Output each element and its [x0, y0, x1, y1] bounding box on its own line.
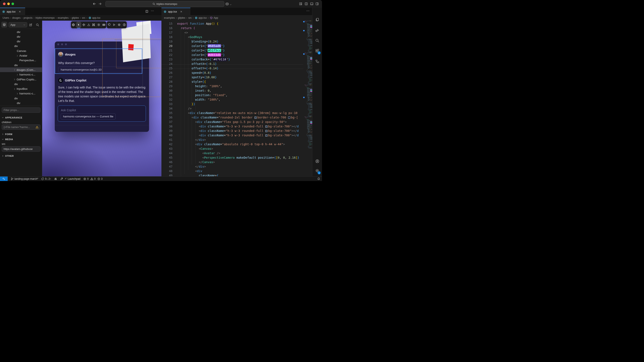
breadcrumb-item[interactable]: src [82, 16, 86, 19]
account-activity-icon[interactable] [312, 157, 322, 166]
toggle-panel-icon[interactable] [310, 2, 314, 6]
sun-tool-icon[interactable] [96, 21, 101, 28]
tree-item-gitplex-copilo[interactable]: GitPlex Copilo... [0, 77, 42, 82]
breadcrumb-item[interactable]: triplex-monorepo [36, 16, 55, 19]
breadcrumb-item[interactable]: App [210, 16, 218, 19]
command-center-search[interactable]: triplex-monorepo [106, 1, 224, 7]
close-tab-icon[interactable]: ✕ [180, 10, 182, 13]
src-input[interactable]: https://avatars.githubuse [2, 146, 40, 152]
back-icon[interactable] [92, 2, 96, 6]
section-other[interactable]: OTHER [2, 154, 14, 158]
close-window-button[interactable] [3, 2, 6, 5]
breadcrumb-item[interactable]: douges [12, 16, 20, 19]
close-tab-icon[interactable]: ✕ [19, 10, 21, 13]
filter-props-input[interactable]: Filter props... [2, 107, 40, 113]
tree-item-harmonic-c[interactable]: harmonic-c... [0, 91, 42, 96]
bell-icon[interactable] [317, 177, 320, 181]
search-side-activity-icon[interactable] [312, 36, 322, 45]
files-activity-icon[interactable] [312, 15, 322, 24]
breadcrumb-item[interactable]: app.tsx [195, 16, 207, 19]
breadcrumb-item[interactable]: Users [2, 16, 9, 19]
chevron-right-icon[interactable] [16, 54, 18, 58]
move-tool-icon[interactable] [81, 21, 86, 28]
tree-item-div[interactable]: div [0, 96, 42, 101]
minimap[interactable]: export function App() { return ( <> <God… [304, 21, 312, 176]
undo-tool-icon[interactable] [107, 21, 112, 28]
tree-item-div[interactable]: div [0, 101, 42, 106]
delta-tool-icon[interactable] [86, 21, 91, 28]
tree-item-div[interactable]: div [0, 29, 42, 34]
children-input[interactable]: {<File name="harmo... [2, 124, 40, 130]
tab-app-tsx-right[interactable]: app.tsx ✕ [162, 8, 190, 15]
search-elements-icon[interactable] [36, 23, 39, 27]
breadcrumb-item[interactable]: src [188, 16, 192, 19]
customize-layout-icon[interactable] [299, 2, 302, 6]
tree-item-avatar[interactable]: Avatar [0, 53, 42, 58]
section-media[interactable]: MEDIA [2, 137, 13, 141]
tune-item[interactable] [54, 178, 57, 180]
grid-tool-icon[interactable] [101, 21, 106, 28]
section-form[interactable]: FORM [2, 132, 12, 136]
tree-item-div[interactable]: div [0, 82, 42, 86]
split-editor-icon[interactable] [304, 2, 308, 6]
current-file-chip[interactable]: harmonic-convergence.tsx — Current file [61, 113, 116, 120]
more-actions-icon[interactable]: ⋯ [306, 9, 310, 13]
branch-item[interactable]: landing-page-march* [11, 178, 38, 180]
breadcrumb-item[interactable]: gitplex [178, 16, 185, 19]
debug-activity-icon[interactable] [312, 26, 322, 34]
tab-app-tsx-left[interactable]: app.tsx ✕ [0, 8, 25, 15]
gear-activity-icon[interactable]: 1 [312, 166, 322, 175]
line-number: 18 [162, 35, 172, 39]
tree-item-harmonic-c[interactable]: harmonic-c... [0, 72, 42, 77]
scene-select[interactable]: App [8, 22, 27, 27]
git-branch-icon [11, 178, 14, 180]
help-tool-icon[interactable] [122, 21, 127, 28]
cursor-tool-icon[interactable] [76, 22, 81, 28]
chevron-right-icon[interactable] [16, 92, 18, 96]
ask-copilot-input[interactable]: Ask Copilot harmonic-convergence.tsx — C… [58, 106, 146, 122]
tree-item-label: InputBox [16, 87, 28, 90]
breadcrumb-item[interactable]: projects [24, 16, 32, 19]
sync-item[interactable]: 0↓ 2↑ [41, 178, 51, 180]
layers-button[interactable] [1, 22, 7, 28]
remote-indicator-button[interactable] [0, 177, 8, 181]
forward-icon[interactable] [98, 2, 102, 6]
problems-item[interactable]: 0 0 3 [83, 178, 102, 180]
hierarchy-activity-icon[interactable] [312, 57, 322, 65]
tree-item-div[interactable]: div [0, 34, 42, 39]
gear-tool-icon[interactable] [117, 21, 122, 28]
code-editor[interactable]: 15export function App() {16 return (17 <… [162, 21, 303, 176]
tree-item-div[interactable]: div [0, 39, 42, 44]
tree-item-div[interactable]: div [0, 63, 42, 67]
transform-tool-icon[interactable] [91, 21, 96, 28]
chevron-right-icon[interactable] [14, 68, 16, 72]
tree-item-canvas[interactable]: Canvas [0, 48, 42, 53]
maximize-window-button[interactable] [12, 2, 14, 5]
minimize-window-button[interactable] [7, 2, 10, 5]
chevron-right-icon[interactable] [14, 88, 16, 91]
user-message: Why doesn't this converge? [58, 61, 95, 65]
globe-tool-icon[interactable] [71, 21, 76, 28]
tree-item-douges-com[interactable]: douges (Com... [0, 67, 42, 72]
launchpad-item[interactable]: Launchpad [60, 177, 80, 180]
more-actions-icon[interactable]: ⋯ [151, 9, 154, 13]
play-tool-icon[interactable] [112, 21, 116, 28]
toggle-sidebar-icon[interactable] [316, 2, 319, 6]
breadcrumb-item[interactable]: examples [164, 16, 175, 19]
breadcrumb-item[interactable]: app.tsx [88, 16, 100, 19]
tree-item-perspective[interactable]: Perspective... [0, 58, 42, 63]
tree-item-div[interactable]: div [0, 44, 42, 48]
section-appearance[interactable]: APPEARANCE [2, 116, 22, 120]
attachment-chip[interactable]: harmonic-convergence.tsx@1-33 [58, 67, 142, 73]
chevron-right-icon[interactable] [14, 78, 16, 81]
breadcrumb-item[interactable]: gitplex [72, 16, 79, 19]
scene-viewport[interactable]: douges Why doesn't this converge? harmon… [42, 21, 162, 176]
copilot-icon[interactable] [225, 2, 229, 6]
chevron-down-icon[interactable] [230, 3, 232, 6]
extensions-activity-icon[interactable]: 2 [312, 46, 322, 55]
split-editor-action-icon[interactable] [145, 10, 148, 14]
breadcrumb-item[interactable]: examples [58, 16, 68, 19]
edit-scene-icon[interactable] [29, 23, 32, 27]
chevron-right-icon[interactable] [16, 73, 18, 77]
tree-item-inputbox[interactable]: InputBox [0, 87, 42, 91]
